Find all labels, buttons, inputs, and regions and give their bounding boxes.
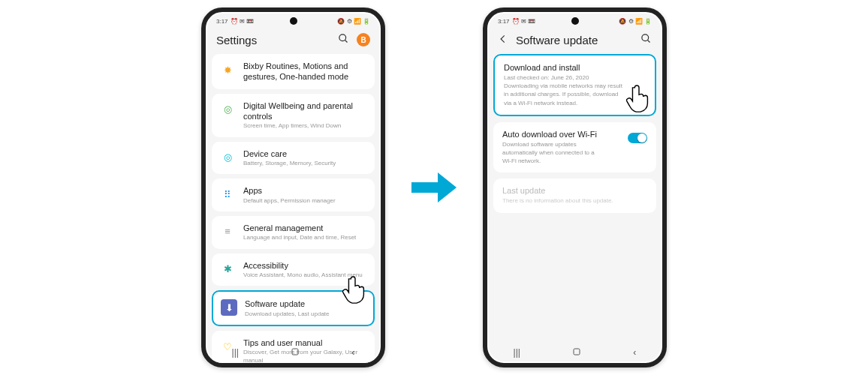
title-bar: Software update (487, 28, 662, 54)
avatar[interactable]: B (357, 33, 370, 46)
nav-recent[interactable]: ||| (232, 347, 239, 358)
title-bar: Settings B (206, 28, 381, 54)
item-icon: ⬇ (221, 299, 237, 316)
camera-cutout (290, 17, 297, 25)
item-label: Bixby Routines, Motions and gestures, On… (243, 61, 367, 82)
item-subtitle: Last checked on: June 26, 2020Downloadin… (504, 74, 646, 107)
page-title: Software update (516, 34, 633, 46)
item-label: General management (243, 223, 367, 233)
item-subtitle: Battery, Storage, Memory, Security (243, 160, 367, 167)
camera-cutout (571, 17, 579, 25)
item-icon: ≡ (219, 224, 236, 240)
svg-line-4 (647, 40, 649, 42)
settings-item-device[interactable]: ◎ Device careBattery, Storage, Memory, S… (212, 142, 375, 175)
update-item-download-and-install[interactable]: Download and install Last checked on: Ju… (493, 54, 656, 116)
settings-item-digital[interactable]: ◎ Digital Wellbeing and parental control… (212, 94, 375, 137)
search-icon[interactable] (338, 33, 349, 46)
update-item-auto-download-over-wi-fi[interactable]: Auto download over Wi-Fi Download softwa… (493, 122, 656, 173)
settings-item-accessibility[interactable]: ✱ AccessibilityVoice Assistant, Mono aud… (212, 254, 375, 286)
item-label: Download and install (504, 63, 646, 72)
item-icon: ◎ (219, 149, 236, 166)
item-label: Accessibility (243, 260, 367, 271)
item-subtitle: Download updates, Last update (245, 310, 366, 318)
svg-rect-5 (574, 349, 580, 355)
search-icon[interactable] (640, 33, 652, 46)
nav-home[interactable] (291, 347, 300, 358)
item-label: Digital Wellbeing and parental controls (243, 100, 367, 122)
back-icon[interactable] (498, 34, 508, 46)
nav-bar: ||| ‹ (487, 342, 662, 363)
settings-item-general[interactable]: ≡ General managementLanguage and input, … (212, 216, 375, 249)
item-icon: ✱ (219, 261, 236, 278)
item-subtitle: Download software updates automatically … (502, 140, 622, 166)
svg-line-1 (345, 40, 347, 42)
settings-item-apps[interactable]: ⠿ AppsDefault apps, Permission manager (212, 178, 375, 212)
nav-bar: ||| ‹ (206, 342, 381, 363)
svg-point-3 (642, 34, 649, 41)
phone-software-update: 3:17⏰ ✉ 📼 🔕 ⚙ 📶 🔋 Software update Downlo… (483, 8, 667, 368)
item-icon: ⠿ (219, 186, 236, 202)
item-label: Software update (245, 298, 366, 309)
item-subtitle: Voice Assistant, Mono audio, Assistant m… (243, 272, 367, 279)
item-label: Last update (502, 186, 647, 195)
item-label: Apps (243, 185, 367, 196)
item-icon: ◎ (219, 101, 236, 118)
item-icon: ✸ (219, 62, 236, 78)
nav-back[interactable]: ‹ (351, 347, 354, 358)
nav-recent[interactable]: ||| (514, 347, 520, 358)
svg-rect-2 (292, 349, 298, 355)
item-subtitle: Language and input, Date and time, Reset (243, 234, 367, 242)
item-subtitle: Screen time, App timers, Wind Down (243, 122, 367, 130)
item-subtitle: Default apps, Permission manager (243, 197, 367, 205)
svg-point-0 (339, 34, 346, 41)
item-subtitle: There is no information about this updat… (502, 196, 647, 205)
update-item-last-update: Last update There is no information abou… (493, 178, 656, 212)
nav-back[interactable]: ‹ (633, 347, 636, 358)
item-label: Device care (243, 148, 367, 159)
item-label: Auto download over Wi-Fi (502, 130, 622, 139)
flow-arrow-icon (408, 161, 460, 214)
settings-item-software[interactable]: ⬇ Software updateDownload updates, Last … (212, 290, 375, 326)
toggle-switch[interactable] (628, 133, 647, 143)
page-title: Settings (216, 34, 330, 46)
settings-item-bixby[interactable]: ✸ Bixby Routines, Motions and gestures, … (212, 54, 375, 89)
nav-home[interactable] (572, 347, 581, 358)
phone-settings: 3:17⏰ ✉ 📼 🔕 ⚙ 📶 🔋 Settings B ✸ Bixby Rou… (201, 8, 385, 368)
